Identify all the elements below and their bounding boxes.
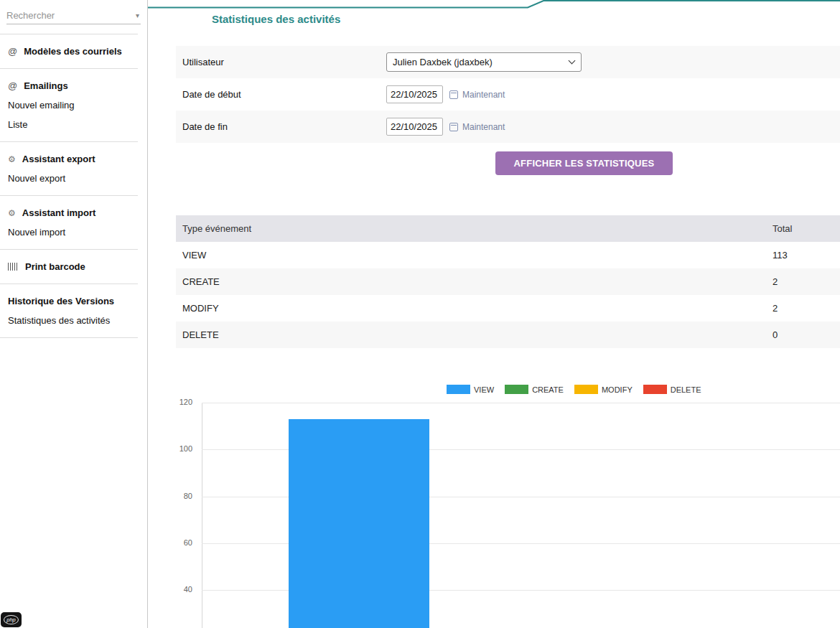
table-row: CREATE 2	[176, 268, 840, 295]
user-label: Utilisateur	[176, 57, 386, 67]
legend-label: DELETE	[671, 385, 701, 394]
date-start-field: Maintenant	[386, 85, 505, 103]
user-field: Julien Daxbek (jdaxbek)	[386, 52, 582, 72]
chart-y-axis	[202, 403, 202, 628]
sidebar-title-label: Assistant import	[22, 207, 96, 218]
column-header-type: Type événement	[176, 223, 773, 234]
chart-ytick-label: 40	[148, 585, 192, 594]
table-row: VIEW 113	[176, 242, 840, 268]
legend-label: VIEW	[474, 385, 494, 394]
column-header-total: Total	[773, 223, 840, 234]
calendar-icon[interactable]	[449, 123, 458, 131]
sidebar-title-label: Assistant export	[22, 154, 95, 164]
legend-item-view: VIEW	[447, 385, 494, 394]
chart-ytick-label: 60	[148, 538, 192, 547]
legend-item-delete: DELETE	[643, 385, 701, 394]
event-type-cell: VIEW	[176, 250, 773, 261]
php-badge[interactable]: php	[1, 612, 22, 627]
tab-border	[148, 0, 840, 9]
date-start-input[interactable]	[386, 85, 443, 103]
divider	[0, 337, 138, 338]
event-type-cell: MODIFY	[176, 303, 773, 314]
show-statistics-button[interactable]: AFFICHER LES STATISTIQUES	[495, 151, 673, 175]
chevron-down-icon[interactable]: ▾	[136, 11, 141, 19]
total-cell: 0	[773, 329, 840, 340]
form-row-user: Utilisateur Julien Daxbek (jdaxbek)	[176, 46, 840, 78]
sidebar-group-import: ⚙ Assistant import Nouvel import	[0, 196, 147, 249]
search-placeholder: Rechercher	[6, 10, 55, 21]
sidebar-group-mail-templates: @ Modèles des courriels	[0, 34, 147, 68]
sidebar-item-liste[interactable]: Liste	[8, 115, 147, 134]
stats-form: Utilisateur Julien Daxbek (jdaxbek) Date…	[176, 46, 840, 143]
now-link-start[interactable]: Maintenant	[462, 90, 505, 100]
sidebar-title-label: Emailings	[24, 80, 67, 91]
php-badge-label: php	[4, 615, 19, 624]
chart-gridline	[202, 403, 840, 403]
sidebar-item-emailings[interactable]: @ Emailings	[8, 76, 147, 95]
sidebar-item-nouvel-import[interactable]: Nouvel import	[8, 222, 147, 242]
table-row: DELETE 0	[176, 322, 840, 348]
legend-swatch	[505, 385, 528, 394]
event-type-cell: DELETE	[176, 329, 773, 340]
legend-label: MODIFY	[602, 385, 633, 394]
table-header-row: Type événement Total	[176, 215, 840, 242]
sidebar-item-print-barcode[interactable]: Print barcode	[8, 257, 147, 276]
total-cell: 2	[773, 303, 840, 314]
calendar-icon[interactable]	[449, 90, 458, 99]
form-row-date-start: Date de début Maintenant	[176, 78, 840, 111]
at-icon: @	[8, 46, 17, 57]
chart-ytick-label: 120	[148, 398, 192, 406]
sidebar: Rechercher ▾ @ Modèles des courriels @ E…	[0, 0, 148, 628]
date-end-field: Maintenant	[386, 118, 505, 136]
legend-swatch	[643, 385, 667, 394]
sidebar-item-modeles-courriels[interactable]: @ Modèles des courriels	[8, 42, 147, 61]
legend-item-create: CREATE	[505, 385, 564, 394]
sidebar-item-historique-versions[interactable]: Historique des Versions	[8, 291, 147, 311]
sidebar-group-barcode: Print barcode	[0, 250, 147, 283]
chevron-down-icon	[569, 57, 576, 65]
chart-ytick-label: 100	[148, 444, 192, 453]
bar-chart-plot: 120100806040	[148, 397, 840, 628]
sidebar-item-assistant-import[interactable]: ⚙ Assistant import	[8, 203, 147, 222]
sidebar-title-label: Historique des Versions	[8, 296, 114, 306]
page-title: Statistiques des activités	[212, 13, 340, 25]
legend-item-modify: MODIFY	[574, 385, 633, 394]
total-cell: 2	[773, 276, 840, 287]
total-cell: 113	[773, 250, 840, 261]
sidebar-title-label: Modèles des courriels	[24, 46, 122, 57]
sidebar-item-nouvel-export[interactable]: Nouvel export	[8, 169, 147, 188]
sidebar-group-version-history: Historique des Versions Statistiques des…	[0, 284, 147, 337]
form-row-date-end: Date de fin Maintenant	[176, 111, 840, 143]
chart-ytick-label: 80	[148, 492, 192, 500]
date-end-label: Date de fin	[176, 121, 386, 132]
sidebar-group-export: ⚙ Assistant export Nouvel export	[0, 142, 147, 195]
table-row: MODIFY 2	[176, 295, 840, 322]
gears-icon: ⚙	[8, 208, 16, 218]
user-select-value: Julien Daxbek (jdaxbek)	[393, 57, 493, 67]
sidebar-item-nouvel-emailing[interactable]: Nouvel emailing	[8, 95, 147, 115]
chart-bar-view	[289, 419, 429, 628]
results-table: Type événement Total VIEW 113 CREATE 2 M…	[176, 215, 840, 348]
search-input[interactable]: Rechercher ▾	[6, 7, 141, 24]
sidebar-title-label: Print barcode	[25, 261, 85, 272]
date-start-label: Date de début	[176, 89, 386, 100]
legend-swatch	[574, 385, 598, 394]
at-icon: @	[8, 80, 17, 91]
gears-icon: ⚙	[8, 154, 16, 164]
sidebar-group-emailings: @ Emailings Nouvel emailing Liste	[0, 69, 147, 141]
sidebar-item-assistant-export[interactable]: ⚙ Assistant export	[8, 149, 147, 169]
sidebar-item-statistiques-activites[interactable]: Statistiques des activités	[8, 311, 147, 330]
user-select[interactable]: Julien Daxbek (jdaxbek)	[386, 52, 582, 72]
legend-label: CREATE	[532, 385, 564, 394]
legend-swatch	[447, 385, 470, 394]
chart-legend: VIEWCREATEMODIFYDELETE	[447, 385, 701, 394]
now-link-end[interactable]: Maintenant	[462, 122, 505, 132]
date-end-input[interactable]	[386, 118, 443, 136]
barcode-icon	[8, 263, 19, 271]
main-content: Statistiques des activités Utilisateur J…	[148, 0, 840, 628]
event-type-cell: CREATE	[176, 276, 773, 287]
